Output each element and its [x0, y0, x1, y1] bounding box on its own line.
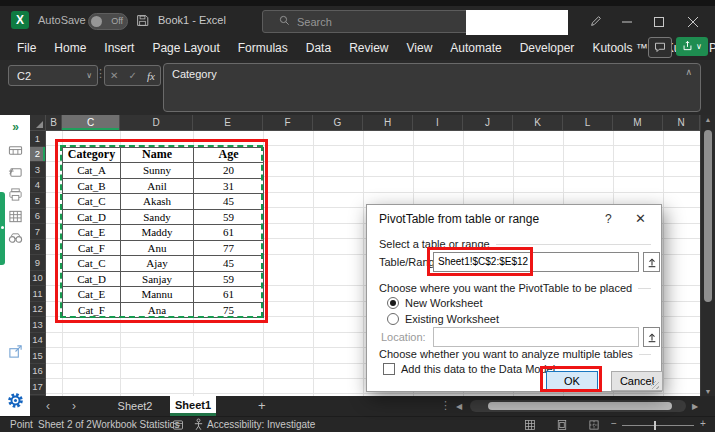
zoom-slider-track[interactable] — [622, 425, 694, 426]
hscroll-right-icon[interactable]: ▶ — [692, 402, 698, 411]
existing-worksheet-label[interactable]: Existing Worksheet — [405, 313, 499, 325]
sheetbar-dots-icon[interactable]: ⋮ — [440, 399, 451, 412]
scroll-down-icon[interactable]: ▼ — [701, 388, 715, 395]
column-header-D[interactable]: D — [120, 115, 193, 131]
page-break-view-icon[interactable] — [588, 419, 600, 432]
sheet-tab-sheet2[interactable]: Sheet2 — [100, 396, 170, 416]
row-header-15[interactable]: 15 — [30, 348, 46, 364]
share-button[interactable]: ∨ — [676, 37, 708, 56]
row-header-5[interactable]: 5 — [30, 193, 46, 209]
range-picker-button[interactable] — [643, 252, 660, 272]
radio-new-worksheet[interactable] — [387, 297, 399, 309]
data-model-label[interactable]: Add this data to the Data Model — [401, 363, 555, 375]
ribbon-tab-view[interactable]: View — [398, 35, 442, 60]
row-header-4[interactable]: 4 — [30, 178, 46, 194]
row-header-13[interactable]: 13 — [30, 317, 46, 333]
column-header-I[interactable]: I — [413, 115, 463, 131]
pop-out-icon[interactable] — [7, 343, 24, 360]
row-header-7[interactable]: 7 — [30, 224, 46, 240]
add-sheet-icon[interactable]: + — [258, 398, 266, 413]
ribbon-tab-page-layout[interactable]: Page Layout — [143, 35, 228, 60]
printer-pane-icon[interactable] — [7, 186, 24, 203]
horizontal-scroll-thumb[interactable] — [488, 402, 672, 410]
select-all-corner[interactable] — [30, 115, 46, 131]
flash-status-icon[interactable] — [172, 419, 184, 432]
pane-resize-handle[interactable] — [0, 192, 5, 265]
autosave-toggle[interactable]: Off — [88, 13, 128, 30]
formula-pane-icon[interactable] — [7, 164, 24, 181]
next-sheet-icon[interactable]: › — [72, 399, 76, 413]
location-input[interactable] — [433, 327, 639, 347]
row-header-3[interactable]: 3 — [30, 162, 46, 178]
insert-function-icon[interactable]: fx — [147, 70, 155, 82]
row-header-11[interactable]: 11 — [30, 286, 46, 302]
sheet-tab-sheet1[interactable]: Sheet1 — [170, 396, 216, 416]
comments-button[interactable] — [648, 37, 672, 58]
ribbon-tab-data[interactable]: Data — [297, 35, 340, 60]
zoom-slider-thumb[interactable] — [654, 421, 656, 430]
scroll-up-icon[interactable]: ▲ — [701, 116, 715, 123]
pen-icon[interactable] — [589, 14, 603, 32]
column-header-M[interactable]: M — [613, 115, 663, 131]
column-header-F[interactable]: F — [263, 115, 313, 131]
dialog-resize-grip[interactable] — [651, 381, 659, 389]
column-header-K[interactable]: K — [513, 115, 563, 131]
expand-pane-icon[interactable]: » — [7, 118, 24, 135]
formula-bar[interactable]: Category ∧ — [163, 63, 701, 112]
ribbon-tab-automate[interactable]: Automate — [441, 35, 510, 60]
row-header-14[interactable]: 14 — [30, 333, 46, 349]
ribbon-tab-kutools[interactable]: Kutools ™ — [583, 35, 656, 60]
row-header-16[interactable]: 16 — [30, 364, 46, 380]
name-box[interactable]: C2 ∨ — [8, 65, 98, 86]
row-header-9[interactable]: 9 — [30, 255, 46, 271]
minimize-button[interactable] — [616, 12, 638, 32]
zoom-in-icon[interactable]: + — [700, 418, 706, 429]
column-header-C[interactable]: C — [62, 115, 120, 131]
ribbon-tab-file[interactable]: File — [8, 35, 45, 60]
prev-sheet-icon[interactable]: ‹ — [46, 399, 50, 413]
column-header-L[interactable]: L — [563, 115, 613, 131]
kutools-settings-button[interactable] — [0, 388, 30, 416]
chevron-down-icon[interactable]: ∨ — [86, 71, 92, 80]
normal-view-icon[interactable] — [524, 419, 536, 432]
row-header-12[interactable]: 12 — [30, 302, 46, 318]
column-header-H[interactable]: H — [363, 115, 413, 131]
row-header-6[interactable]: 6 — [30, 209, 46, 225]
accessibility-status[interactable]: Accessibility: Investigate — [207, 419, 315, 430]
dialog-help-button[interactable]: ? — [605, 212, 612, 226]
vertical-scrollbar[interactable]: ▲ ▼ — [700, 115, 715, 396]
enter-entry-icon[interactable]: ✓ — [129, 70, 137, 81]
dialog-close-icon[interactable]: ✕ — [635, 211, 646, 226]
row-header-8[interactable]: 8 — [30, 240, 46, 256]
collapse-formula-bar-icon[interactable]: ∧ — [685, 67, 692, 77]
new-worksheet-label[interactable]: New Worksheet — [405, 297, 482, 309]
maximize-button[interactable] — [648, 12, 670, 32]
column-header-G[interactable]: G — [313, 115, 363, 131]
ribbon-tab-developer[interactable]: Developer — [511, 35, 584, 60]
ribbon-tab-formulas[interactable]: Formulas — [229, 35, 297, 60]
save-icon[interactable] — [136, 13, 149, 31]
row-header-1[interactable]: 1 — [30, 131, 46, 147]
row-header-10[interactable]: 10 — [30, 271, 46, 287]
worksheet-grid-icon[interactable] — [7, 208, 24, 225]
vertical-scroll-thumb[interactable] — [704, 130, 712, 302]
zoom-out-icon[interactable]: − — [611, 418, 617, 429]
row-header-17[interactable]: 17 — [30, 379, 46, 395]
page-layout-view-icon[interactable] — [556, 419, 568, 432]
workbook-statistics-button[interactable]: Workbook Statistics — [92, 419, 180, 430]
cancel-entry-icon[interactable]: ✕ — [110, 70, 118, 81]
location-picker-button[interactable] — [643, 327, 660, 347]
close-button[interactable] — [682, 12, 704, 32]
hscroll-left-icon[interactable]: ◀ — [456, 402, 462, 411]
column-header-J[interactable]: J — [463, 115, 513, 131]
ribbon-tab-insert[interactable]: Insert — [95, 35, 143, 60]
accessibility-person-icon[interactable] — [192, 418, 205, 432]
radio-existing-worksheet[interactable] — [387, 313, 399, 325]
ribbon-tab-review[interactable]: Review — [340, 35, 397, 60]
column-header-B[interactable]: B — [46, 115, 62, 131]
search-box[interactable]: Search — [262, 10, 471, 33]
horizontal-scrollbar[interactable] — [470, 400, 686, 412]
row-header-2[interactable]: 2 — [30, 147, 46, 163]
column-header-E[interactable]: E — [193, 115, 263, 131]
data-model-checkbox[interactable] — [383, 363, 395, 375]
